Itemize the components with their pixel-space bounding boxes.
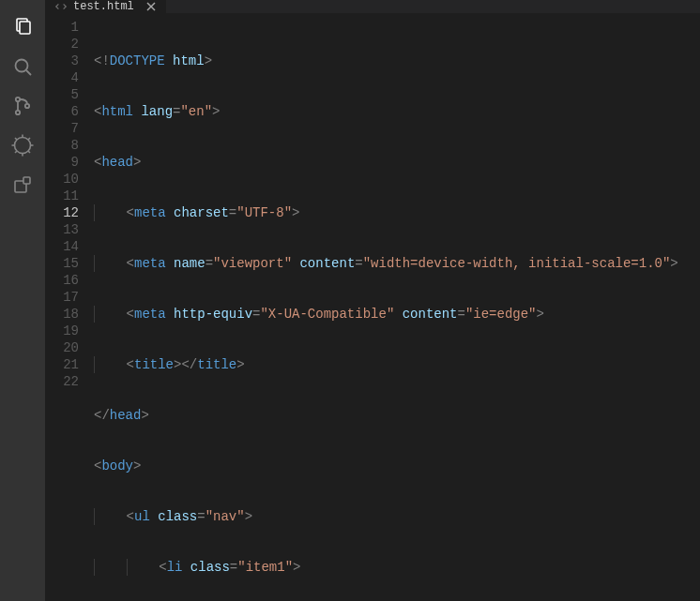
svg-rect-13 bbox=[23, 177, 30, 184]
tab-filename: test.html bbox=[73, 0, 134, 13]
line-number: 20 bbox=[45, 339, 79, 356]
line-number: 21 bbox=[45, 356, 79, 373]
code-line: <html lang="en"> bbox=[94, 103, 685, 120]
svg-point-6 bbox=[25, 104, 29, 108]
tab-bar: test.html bbox=[45, 0, 700, 13]
line-number: 14 bbox=[45, 238, 79, 255]
code-area[interactable]: <!DOCTYPE html> <html lang="en"> <head> … bbox=[94, 13, 685, 601]
line-number: 6 bbox=[45, 103, 79, 120]
line-number: 7 bbox=[45, 120, 79, 137]
svg-rect-1 bbox=[20, 22, 30, 34]
code-line: <head> bbox=[94, 154, 685, 171]
code-line: <meta name="viewport" content="width=dev… bbox=[94, 255, 685, 272]
line-number: 8 bbox=[45, 137, 79, 154]
line-number: 3 bbox=[45, 53, 79, 69]
line-number: 2 bbox=[45, 36, 79, 53]
close-icon[interactable] bbox=[145, 1, 157, 12]
app-root: test.html 123456789101112131415161718192… bbox=[0, 0, 700, 601]
line-number: 5 bbox=[45, 86, 79, 103]
minimap[interactable] bbox=[685, 13, 700, 601]
line-number: 4 bbox=[45, 69, 79, 86]
activity-bar bbox=[0, 0, 45, 601]
code-line: <meta charset="UTF-8"> bbox=[94, 204, 685, 221]
line-number: 18 bbox=[45, 306, 79, 323]
code-line: <ul class="nav"> bbox=[94, 508, 685, 525]
code-editor[interactable]: 12345678910111213141516171819202122 <!DO… bbox=[45, 13, 700, 601]
code-line: </head> bbox=[94, 407, 685, 424]
line-number: 16 bbox=[45, 272, 79, 289]
svg-point-5 bbox=[16, 111, 20, 114]
code-line: <li class="item1"> bbox=[94, 559, 685, 576]
line-number: 19 bbox=[45, 323, 79, 339]
line-number: 9 bbox=[45, 154, 79, 171]
line-number: 11 bbox=[45, 188, 79, 204]
explorer-icon[interactable] bbox=[0, 8, 45, 47]
extensions-icon[interactable] bbox=[0, 165, 45, 204]
line-number: 17 bbox=[45, 289, 79, 306]
search-icon[interactable] bbox=[0, 47, 45, 86]
file-code-icon bbox=[54, 0, 68, 13]
svg-point-7 bbox=[15, 138, 31, 154]
source-control-icon[interactable] bbox=[0, 86, 45, 126]
line-number: 12 bbox=[45, 204, 79, 221]
code-line: <!DOCTYPE html> bbox=[94, 53, 685, 69]
code-line: <meta http-equiv="X-UA-Compatible" conte… bbox=[94, 306, 685, 323]
line-numbers: 12345678910111213141516171819202122 bbox=[45, 13, 94, 601]
svg-point-4 bbox=[16, 98, 20, 101]
line-number: 13 bbox=[45, 221, 79, 238]
code-line: <body> bbox=[94, 458, 685, 474]
code-line: <title></title> bbox=[94, 356, 685, 373]
line-number: 22 bbox=[45, 373, 79, 390]
debug-icon[interactable] bbox=[0, 126, 45, 165]
tab-test-html[interactable]: test.html bbox=[45, 0, 166, 13]
line-number: 1 bbox=[45, 19, 79, 36]
svg-line-3 bbox=[26, 70, 31, 75]
line-number: 15 bbox=[45, 255, 79, 272]
svg-point-2 bbox=[16, 60, 28, 72]
editor-main: test.html 123456789101112131415161718192… bbox=[45, 0, 700, 601]
line-number: 10 bbox=[45, 171, 79, 188]
